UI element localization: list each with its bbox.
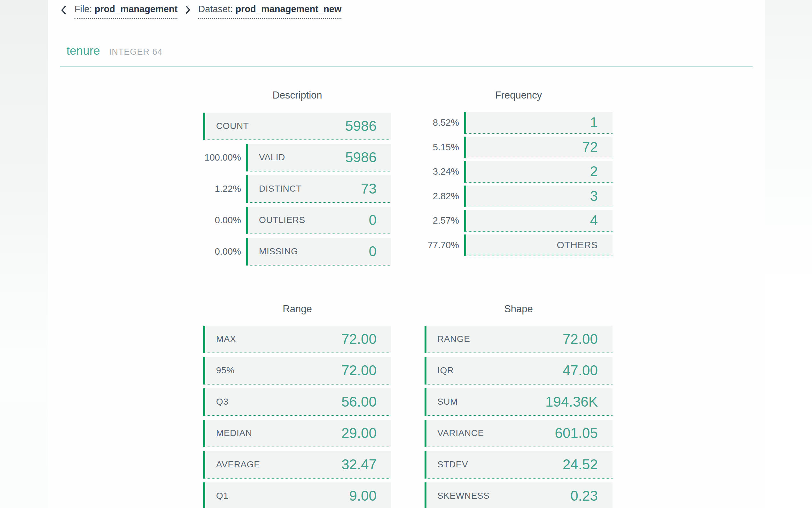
shape-row-label: RANGE — [437, 334, 470, 344]
shape-stat-row: VARIANCE601.05 — [425, 420, 613, 447]
shape-panel-title: Shape — [425, 303, 613, 315]
range-stat-row: Q19.00 — [203, 482, 391, 508]
shape-row-value: 0.23 — [570, 488, 598, 504]
shape-row-label: IQR — [437, 365, 454, 376]
shape-stat-row: SKEWNESS0.23 — [425, 482, 613, 508]
range-row-label: AVERAGE — [216, 459, 260, 470]
range-panel: Range MAX72.0095%72.00Q356.00MEDIAN29.00… — [203, 0, 391, 508]
range-row-value: 72.00 — [341, 331, 377, 347]
left-margin-band — [0, 0, 48, 508]
range-row-label: MEDIAN — [216, 428, 252, 438]
shape-row-value: 72.00 — [563, 331, 598, 347]
range-stat-row: 95%72.00 — [203, 357, 391, 384]
shape-row-label: STDEV — [437, 459, 468, 470]
range-stat-row: MEDIAN29.00 — [203, 420, 391, 447]
range-row-label: MAX — [216, 334, 236, 344]
range-row-value: 9.00 — [349, 488, 377, 504]
column-header-divider — [60, 67, 753, 67]
column-type-badge: INTEGER 64 — [109, 47, 163, 57]
range-row-value: 56.00 — [341, 394, 377, 410]
shape-row-value: 47.00 — [563, 363, 598, 378]
range-panel-title: Range — [203, 303, 391, 315]
chevron-right-icon — [184, 5, 192, 14]
range-row-value: 32.47 — [341, 457, 377, 472]
range-stat-row: Q356.00 — [203, 388, 391, 416]
breadcrumb-file-name: prod_management — [95, 4, 178, 14]
back-chevron-icon[interactable] — [59, 5, 68, 15]
column-header: tenure INTEGER 64 — [66, 44, 162, 57]
breadcrumb-file-prefix: File: — [75, 4, 92, 14]
shape-stat-row: IQR47.00 — [425, 357, 613, 384]
shape-row-value: 24.52 — [563, 457, 598, 472]
range-row-label: 95% — [216, 365, 235, 376]
shape-stat-row: SUM194.36K — [425, 388, 613, 416]
range-row-label: Q3 — [216, 397, 229, 407]
shape-row-label: SKEWNESS — [437, 491, 490, 501]
shape-row-label: SUM — [437, 397, 458, 407]
shape-row-value: 601.05 — [555, 425, 598, 441]
shape-stat-row: RANGE72.00 — [425, 326, 613, 353]
range-row-value: 29.00 — [341, 425, 377, 441]
shape-stat-row: STDEV24.52 — [425, 451, 613, 478]
range-row-value: 72.00 — [341, 363, 377, 378]
breadcrumb-file[interactable]: File: prod_management — [75, 4, 178, 19]
shape-row-value: 194.36K — [545, 394, 598, 410]
range-stat-row: AVERAGE32.47 — [203, 451, 391, 478]
range-row-label: Q1 — [216, 491, 229, 501]
shape-row-label: VARIANCE — [437, 428, 484, 438]
shape-panel: Shape RANGE72.00IQR47.00SUM194.36KVARIAN… — [425, 0, 613, 508]
right-margin-band — [765, 0, 812, 508]
column-name: tenure — [66, 44, 100, 57]
column-profile-page: File: prod_management Dataset: prod_mana… — [0, 0, 812, 508]
range-stat-row: MAX72.00 — [203, 326, 391, 353]
